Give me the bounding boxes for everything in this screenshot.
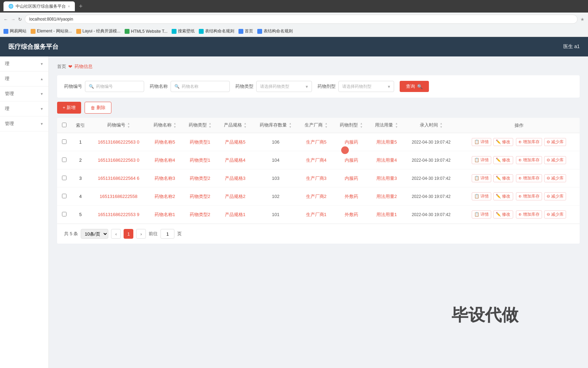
increase-btn-4[interactable]: ⊕ 增加库存 — [516, 210, 542, 219]
row-select-1[interactable] — [62, 158, 66, 162]
decrease-btn-1[interactable]: ⊖ 减少库 — [544, 156, 566, 164]
delete-button[interactable]: 🗑 删除 — [85, 102, 111, 114]
sort-icon-date[interactable]: ▲▼ — [440, 122, 442, 129]
search-button[interactable]: 查询 🔍 — [400, 81, 429, 92]
nav-back-btn[interactable]: ← — [3, 17, 8, 22]
row-select-4[interactable] — [62, 212, 66, 216]
cell-code-2: 165131686222564 6 — [90, 169, 147, 187]
table-row: 1 165131686222563 0 药物名称5 药物类型1 产品规格5 10… — [57, 133, 580, 151]
bookmark-wangyi[interactable]: 网易网站 — [3, 28, 26, 34]
cell-index-3: 4 — [71, 187, 90, 206]
bookmark-element[interactable]: Element - 网站块... — [31, 28, 72, 34]
action-bar: + 新增 🗑 删除 — [57, 102, 580, 114]
detail-btn-4[interactable]: 📋 详情 — [472, 210, 491, 219]
edit-btn-0[interactable]: ✏️ 修改 — [493, 138, 513, 146]
select-all-checkbox[interactable] — [62, 123, 66, 127]
cell-name-2[interactable]: 药物名称3 — [147, 169, 182, 187]
page-1-label: 1 — [127, 231, 130, 237]
per-page-select[interactable]: 10条/页 20条/页 50条/页 — [81, 229, 108, 239]
new-tab-btn[interactable]: + — [77, 3, 85, 10]
bookmark-table-rules2[interactable]: 表结构命名规则 — [257, 28, 293, 34]
row-select-0[interactable] — [62, 139, 66, 144]
next-icon: › — [140, 231, 142, 237]
decrease-btn-3[interactable]: ⊖ 减少库 — [544, 192, 566, 200]
detail-btn-1[interactable]: 📋 详情 — [472, 156, 491, 164]
cell-manufacturer-4: 生产厂商1 — [299, 206, 334, 224]
cell-name-4[interactable]: 药物名称1 — [147, 206, 182, 224]
sort-icon-dosage-form[interactable]: ▲▼ — [360, 122, 363, 129]
increase-btn-0[interactable]: ⊕ 增加库存 — [516, 138, 542, 146]
edit-btn-2[interactable]: ✏️ 修改 — [493, 174, 513, 182]
search-input-code[interactable]: 🔍 药物编号 — [85, 81, 144, 92]
add-button[interactable]: + 新增 — [57, 102, 81, 114]
sort-icon-type[interactable]: ▲▼ — [209, 122, 211, 129]
bookmark-icon-wallpaper — [172, 29, 177, 34]
breadcrumb-home[interactable]: 首页 — [57, 63, 66, 70]
cell-spec-4: 产品规格1 — [218, 206, 253, 224]
bookmark-layui[interactable]: Layui - 经典开源模... — [76, 28, 120, 34]
tab-close-btn[interactable]: × — [68, 5, 70, 8]
increase-btn-1[interactable]: ⊕ 增加库存 — [516, 156, 542, 164]
row-select-3[interactable] — [62, 194, 66, 198]
sort-icon-name[interactable]: ▲▼ — [173, 122, 176, 129]
search-select-type[interactable]: 请选择药物类型 ▾ — [256, 81, 312, 92]
sidebar-section-header-3[interactable]: 理 ▼ — [0, 101, 48, 116]
decrease-btn-4[interactable]: ⊖ 减少库 — [544, 210, 566, 219]
edit-btn-4[interactable]: ✏️ 修改 — [493, 210, 513, 219]
bookmark-html5[interactable]: HTML5 Website T... — [125, 29, 167, 34]
bookmark-label-element: Element - 网站块... — [37, 28, 72, 34]
decrease-btn-2[interactable]: ⊖ 减少库 — [544, 174, 566, 182]
cell-type-4: 药物类型2 — [182, 206, 218, 224]
sidebar-section-header-2[interactable]: 管理 ▼ — [0, 86, 48, 101]
cell-dosage-form-1: 内服药 — [334, 151, 369, 169]
nav-forward-btn[interactable]: → — [11, 17, 15, 22]
search-bar: 药物编号 🔍 药物编号 药物名称 🔍 药物名称 药物类型 — [57, 75, 580, 98]
prev-page-btn[interactable]: ‹ — [111, 229, 121, 239]
search-input-name[interactable]: 🔍 药物名称 — [171, 81, 230, 92]
decrease-btn-0[interactable]: ⊖ 减少库 — [544, 138, 566, 146]
edit-btn-1[interactable]: ✏️ 修改 — [493, 156, 513, 164]
bookmark-table-rules1[interactable]: 表结构命名规则 — [199, 28, 234, 34]
sidebar-section-4: 管理 ▼ — [0, 116, 48, 131]
cell-stock-4: 101 — [253, 206, 299, 224]
increase-btn-2[interactable]: ⊕ 增加库存 — [516, 174, 542, 182]
sidebar-section-label-3: 理 — [5, 106, 9, 112]
sort-icon-manufacturer[interactable]: ▲▼ — [325, 122, 328, 129]
bookmark-label-home: 首页 — [245, 28, 253, 34]
cell-name-3[interactable]: 药物名称2 — [147, 187, 182, 206]
cell-name-0[interactable]: 药物名称5 — [147, 133, 182, 151]
bookmark-label-wallpaper: 搜索壁纸 — [178, 28, 195, 34]
data-table: 索引 药物编号 ▲▼ 药物名称 ▲▼ 药物类型 — [57, 118, 580, 224]
detail-btn-0[interactable]: 📋 详情 — [472, 138, 491, 146]
sidebar-section-header-1[interactable]: 理 ▲ — [0, 71, 48, 86]
nav-refresh-btn[interactable]: ↻ — [18, 17, 22, 22]
row-select-2[interactable] — [62, 176, 66, 180]
sort-icon-usage[interactable]: ▲▼ — [395, 122, 398, 129]
increase-btn-3[interactable]: ⊕ 增加库存 — [516, 192, 542, 200]
add-button-label: + 新增 — [63, 105, 76, 111]
sidebar-section-1: 理 ▲ — [0, 71, 48, 86]
bookmark-home[interactable]: 首页 — [238, 28, 253, 34]
active-tab[interactable]: 🌐 中山社区医疗综合服务平台 × — [3, 1, 75, 11]
goto-page-input[interactable] — [160, 229, 174, 239]
detail-btn-3[interactable]: 📋 详情 — [472, 192, 491, 200]
search-button-icon: 🔍 — [417, 84, 423, 89]
cell-name-1[interactable]: 药物名称4 — [147, 151, 182, 169]
bookmark-star-icon[interactable]: ★ — [580, 17, 585, 22]
detail-btn-2[interactable]: 📋 详情 — [472, 174, 491, 182]
address-input[interactable] — [25, 15, 578, 24]
search-select-dosage[interactable]: 请选择药物剂型 ▾ — [338, 81, 394, 92]
bookmark-wallpaper[interactable]: 搜索壁纸 — [172, 28, 195, 34]
sort-icon-stock[interactable]: ▲▼ — [289, 122, 292, 129]
next-page-btn[interactable]: › — [136, 229, 146, 239]
sort-icon-spec[interactable]: ▲▼ — [244, 122, 246, 129]
edit-btn-3[interactable]: ✏️ 修改 — [493, 192, 513, 200]
cell-manufacturer-2: 生产厂商3 — [299, 169, 334, 187]
sort-icon-code[interactable]: ▲▼ — [127, 122, 130, 129]
sidebar-section-header-4[interactable]: 管理 ▼ — [0, 116, 48, 131]
page-1-btn[interactable]: 1 — [124, 229, 133, 239]
bookmarks-bar: 网易网站 Element - 网站块... Layui - 经典开源模... H… — [0, 26, 588, 37]
cell-type-0: 药物类型1 — [182, 133, 218, 151]
sidebar-section-header-0[interactable]: 理 ▼ — [0, 56, 48, 71]
col-header-dosage-form: 药物剂型 ▲▼ — [334, 118, 369, 133]
